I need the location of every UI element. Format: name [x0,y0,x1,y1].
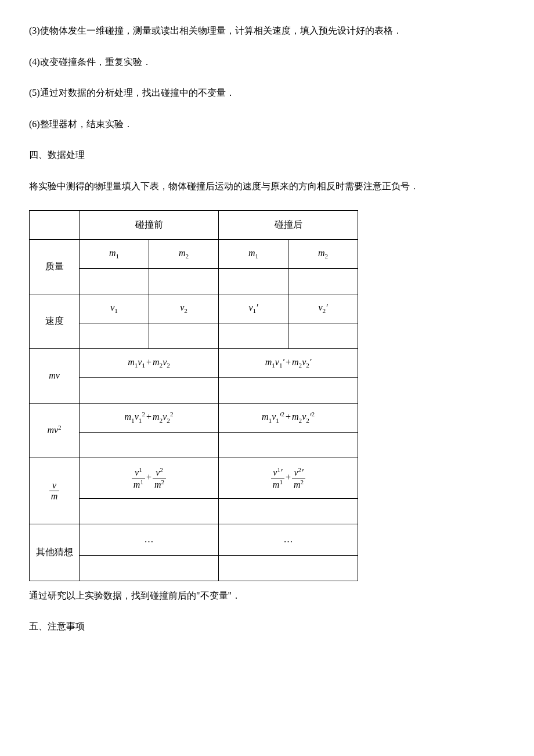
blank-cell [80,555,219,581]
section-4-heading: 四、数据处理 [29,147,505,163]
blank-cell [30,210,80,239]
table-conclusion: 通过研究以上实验数据，找到碰撞前后的"不变量"． [29,588,505,603]
table-row: 质量 m1 m2 m1 m2 [30,239,358,268]
table-row: mv m1v1+m2v2 m1v1′+m2v2′ [30,348,358,377]
cell-ellipsis: … [80,524,219,555]
cell-mv2-before: m1v12+m2v22 [80,403,219,432]
cell-mv2-after: m1v1′2+m2v2′2 [219,403,358,432]
table-row: 速度 v1 v2 v1′ v2′ [30,294,358,323]
blank-cell [80,377,219,403]
cell-v1: v1 [80,294,149,323]
row-label-mv2: mv2 [30,403,80,458]
row-label-mv: mv [30,348,80,403]
blank-cell [288,268,358,294]
header-after: 碰撞后 [219,210,358,239]
table-row: 碰撞前 碰撞后 [30,210,358,239]
paragraph-3: (3)使物体发生一维碰撞，测量或读出相关物理量，计算相关速度，填入预先设计好的表… [29,23,505,38]
table-row: vm v1m1+v2m2 v1′m1+v2′m2 [30,458,358,498]
row-label-velocity: 速度 [30,294,80,348]
cell-ellipsis: … [219,524,358,555]
blank-cell [149,323,219,348]
cell-v1-prime: v1′ [219,294,288,323]
blank-cell [219,498,358,524]
blank-cell [80,432,219,458]
blank-cell [80,323,149,348]
paragraph-6: (6)整理器材，结束实验． [29,117,505,132]
cell-m1-after: m1 [219,239,288,268]
cell-vm-before: v1m1+v2m2 [80,458,219,498]
table-intro: 将实验中测得的物理量填入下表，物体碰撞后运动的速度与原来的方向相反时需要注意正负… [29,179,505,194]
blank-cell [288,323,358,348]
table-row: mv2 m1v12+m2v22 m1v1′2+m2v2′2 [30,403,358,432]
blank-cell [219,432,358,458]
blank-cell [80,268,149,294]
cell-m1: m1 [80,239,149,268]
paragraph-4: (4)改变碰撞条件，重复实验． [29,55,505,70]
cell-mv-before: m1v1+m2v2 [80,348,219,377]
blank-cell [219,555,358,581]
cell-m2: m2 [149,239,219,268]
paragraph-5: (5)通过对数据的分析处理，找出碰撞中的不变量． [29,85,505,100]
cell-mv-after: m1v1′+m2v2′ [219,348,358,377]
cell-vm-after: v1′m1+v2′m2 [219,458,358,498]
row-label-vm: vm [30,458,80,524]
cell-v2-prime: v2′ [288,294,358,323]
blank-cell [149,268,219,294]
blank-cell [80,498,219,524]
blank-cell [219,377,358,403]
data-table: 碰撞前 碰撞后 质量 m1 m2 m1 m2 速度 v1 v2 v1′ v2′ … [29,210,358,581]
table-row: 其他猜想 … … [30,524,358,555]
blank-cell [219,268,288,294]
blank-cell [219,323,288,348]
cell-v2: v2 [149,294,219,323]
header-before: 碰撞前 [80,210,219,239]
row-label-mass: 质量 [30,239,80,294]
section-5-heading: 五、注意事项 [29,619,505,634]
row-label-other: 其他猜想 [30,524,80,581]
cell-m2-after: m2 [288,239,358,268]
